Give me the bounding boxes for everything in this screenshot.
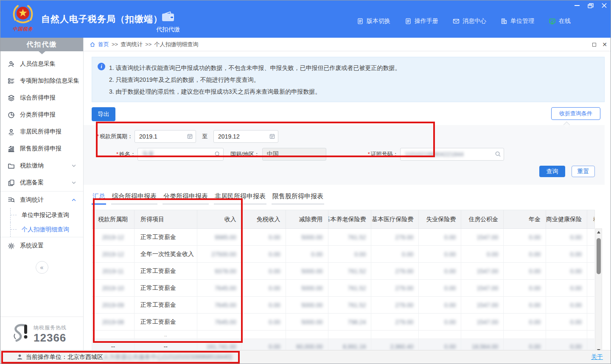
income-item-cell: 正常工资薪金 xyxy=(135,314,197,331)
search-icon[interactable] xyxy=(214,151,221,157)
restore-icon[interactable] xyxy=(587,2,594,9)
breadcrumb-home[interactable]: 首页 xyxy=(98,41,109,48)
top-navigation: 版本切换操作手册消息中心单位管理在线 xyxy=(357,17,571,25)
topnav-item-1[interactable]: 操作手册 xyxy=(405,17,438,25)
hotline-label: 纳税服务热线 xyxy=(34,324,67,331)
sidebar-item-6[interactable]: 税款缴纳 xyxy=(0,157,83,174)
search-icon[interactable] xyxy=(495,151,501,157)
topnav-label: 消息中心 xyxy=(462,17,486,25)
sidebar-subitem-0[interactable]: 单位申报记录查询 xyxy=(0,208,83,222)
sidebar-subitem-1[interactable]: 个人扣缴明细查询 xyxy=(0,222,83,237)
column-header: 年金 xyxy=(504,210,546,229)
tab-1[interactable]: 综合所得申报表 xyxy=(111,191,157,205)
amount-cell: 0.00 xyxy=(419,229,461,246)
sidebar-collapse-button[interactable]: « xyxy=(36,261,48,274)
pie-icon xyxy=(8,111,15,119)
calendar-icon[interactable] xyxy=(269,133,275,139)
column-header: 减除费用 xyxy=(286,210,328,229)
amount-cell: 0.00 xyxy=(371,246,419,263)
pane-maximize-icon[interactable] xyxy=(592,43,596,47)
amount-cell: 0.00 xyxy=(504,229,546,246)
close-icon[interactable] xyxy=(600,2,608,9)
reset-button[interactable]: 重置 xyxy=(572,166,595,177)
amount-cell: 0.00 xyxy=(546,263,587,280)
sidebar-item-7[interactable]: 优惠备案 xyxy=(0,174,83,191)
sidebar-item-3[interactable]: 分类所得申报 xyxy=(0,106,83,123)
amount-cell: 9378.00 xyxy=(197,263,242,280)
sidebar-item-0[interactable]: 人员信息采集 xyxy=(0,56,83,72)
sidebar-item-4[interactable]: 非居民所得申报 xyxy=(0,123,83,140)
tab-3[interactable]: 非居民所得申报表 xyxy=(214,191,266,205)
sidebar-item-1[interactable]: 专项附加扣除信息采集 xyxy=(0,72,83,89)
column-header: 住房公积金 xyxy=(461,210,504,229)
minimize-icon[interactable] xyxy=(573,2,581,9)
sidebar-header-notch xyxy=(39,51,45,54)
sidebar-item-8[interactable]: 查询统计 xyxy=(0,191,83,208)
export-button[interactable]: 导出 xyxy=(92,107,115,121)
sidebar-item-9[interactable]: 系统设置 xyxy=(0,237,83,254)
period-to-input[interactable]: 2019.12 xyxy=(213,130,278,143)
topnav-item-4[interactable]: 在线 xyxy=(549,17,571,25)
table-row: 2019-11正常工资薪金9378.000.005000.00761.52279… xyxy=(92,263,595,280)
tab-0[interactable]: 汇总 xyxy=(92,191,106,205)
sidebar-item-label: 人员信息采集 xyxy=(20,60,56,68)
sidebar-item-label: 限售股所得申报 xyxy=(20,145,62,153)
about-link[interactable]: 关于 xyxy=(591,353,603,361)
current-unit-org: 人力资源公共服务中心(12110102339968518440) xyxy=(103,353,232,361)
amount-cell: 27500.00 xyxy=(197,246,242,263)
home-icon xyxy=(90,42,95,47)
period-from-input[interactable]: 2019.1 xyxy=(135,130,196,143)
app-window: 中国税务 自然人电子税务局（扣缴端） 代扣代缴 版本切换操作手册消息中心单位管理… xyxy=(0,0,611,364)
collapse-query-button[interactable]: 收折查询条件 xyxy=(551,107,600,120)
name-input[interactable]: 马某 xyxy=(137,148,224,161)
copy-icon xyxy=(8,179,15,186)
table-vertical-scrollbar[interactable] xyxy=(595,228,602,354)
amount-cell: 279.00 xyxy=(371,263,419,280)
hotline-logo-icon xyxy=(11,323,29,346)
amount-cell: 5000.00 xyxy=(286,263,328,280)
calendar-icon[interactable] xyxy=(187,133,193,139)
app-title: 自然人电子税务局（扣缴端） xyxy=(41,13,163,25)
window-controls xyxy=(573,2,608,9)
amount-cell: 9985.00 xyxy=(197,229,242,246)
amount-cell: 0.00 xyxy=(242,263,286,280)
chart-icon xyxy=(8,145,15,153)
tab-4[interactable]: 限售股所得申报表 xyxy=(272,191,324,205)
tab-withholding-module[interactable]: 代扣代缴 xyxy=(150,6,186,38)
topnav-item-3[interactable]: 单位管理 xyxy=(501,17,534,25)
person2-icon xyxy=(8,128,15,136)
id-number-input[interactable]: 110102199304221844 xyxy=(400,148,504,161)
amount-cell xyxy=(587,314,595,331)
scroll-up-icon[interactable] xyxy=(596,229,602,235)
topnav-item-0[interactable]: 版本切换 xyxy=(357,17,390,25)
period-cell: 2019-08 xyxy=(92,314,135,331)
amount-cell: 1547.00 xyxy=(461,314,504,331)
amount-cell: 5000.00 xyxy=(286,314,328,331)
result-tabs: 汇总综合所得申报表分类所得申报表非居民所得申报表限售股所得申报表 xyxy=(92,191,605,205)
period-cell: 2019-11 xyxy=(92,263,135,280)
sidebar-item-label: 税款缴纳 xyxy=(20,162,44,169)
nationality-label: 国籍/地区： xyxy=(230,150,260,158)
list-icon xyxy=(8,78,15,85)
tab-2[interactable]: 分类所得申报表 xyxy=(163,191,209,205)
chevron-down-icon xyxy=(71,180,76,185)
sidebar-item-5[interactable]: 限售股所得申报 xyxy=(0,140,83,157)
query-button[interactable]: 查询 xyxy=(539,166,565,177)
vertical-scroll-thumb[interactable] xyxy=(597,238,601,274)
topnav-item-2[interactable]: 消息中心 xyxy=(453,17,486,25)
amount-cell: 279.00 xyxy=(371,280,419,297)
pane-close-icon[interactable]: ✕ xyxy=(602,42,607,47)
amount-cell: 0.00 xyxy=(419,263,461,280)
sidebar-item-label: 系统设置 xyxy=(20,242,44,250)
content-area: i 1. 该查询统计表仅能查询已申报成功的数据，不包含未申报、申报失败，已申报但… xyxy=(84,57,611,356)
amount-cell: 0.00 xyxy=(546,246,587,263)
module-tab-label: 代扣代缴 xyxy=(156,26,180,33)
to-label: 至 xyxy=(202,133,207,140)
sidebar-item-2[interactable]: 综合所得申报 xyxy=(0,89,83,106)
breadcrumb-separator: >> xyxy=(145,41,151,47)
toolbar: 导出 收折查询条件 xyxy=(92,107,600,121)
status-bar: 当前操作单位：北京市西城区 人力资源公共服务中心(121101023399685… xyxy=(0,350,611,364)
amount-cell: 279.00 xyxy=(371,297,419,314)
amount-cell: 0.00 xyxy=(504,263,546,280)
sidebar-item-label: 分类所得申报 xyxy=(20,111,56,119)
